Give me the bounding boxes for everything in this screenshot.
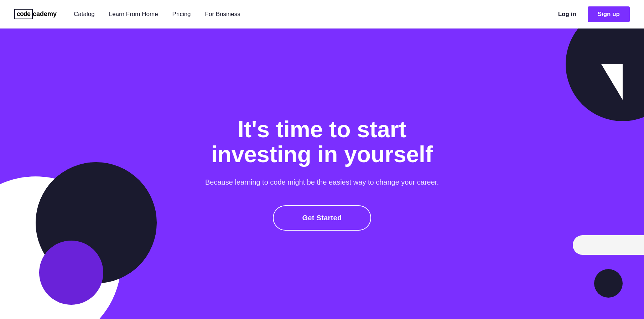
hero-title: It's time to start investing in yourself [205, 117, 439, 167]
nav-catalog[interactable]: Catalog [74, 11, 95, 18]
hero-decoration-right-bottom-circle [594, 269, 623, 298]
get-started-button[interactable]: Get Started [273, 205, 371, 231]
hero-decoration-right-triangle [601, 64, 623, 100]
logo[interactable]: code cademy [14, 9, 57, 19]
hero-title-line2: investing in yourself [211, 142, 433, 167]
logo-code-box: code [14, 9, 33, 19]
login-button[interactable]: Log in [558, 11, 576, 18]
nav-pricing[interactable]: Pricing [172, 11, 191, 18]
hero-content: It's time to start investing in yourself… [205, 117, 439, 231]
nav-links: Catalog Learn From Home Pricing For Busi… [74, 11, 558, 18]
logo-code-text: code [17, 10, 30, 17]
navbar: code cademy Catalog Learn From Home Pric… [0, 0, 644, 29]
hero-subtitle: Because learning to code might be the ea… [205, 177, 439, 187]
hero-decoration-left-overlap [39, 241, 103, 305]
nav-right: Log in Sign up [558, 6, 630, 22]
hero-title-line1: It's time to start [238, 117, 406, 142]
hero-section: It's time to start investing in yourself… [0, 29, 644, 319]
logo-academy-text: cademy [33, 10, 57, 18]
nav-learn-from-home[interactable]: Learn From Home [109, 11, 158, 18]
hero-decoration-pill [573, 235, 644, 255]
signup-button[interactable]: Sign up [588, 6, 630, 22]
nav-for-business[interactable]: For Business [205, 11, 240, 18]
